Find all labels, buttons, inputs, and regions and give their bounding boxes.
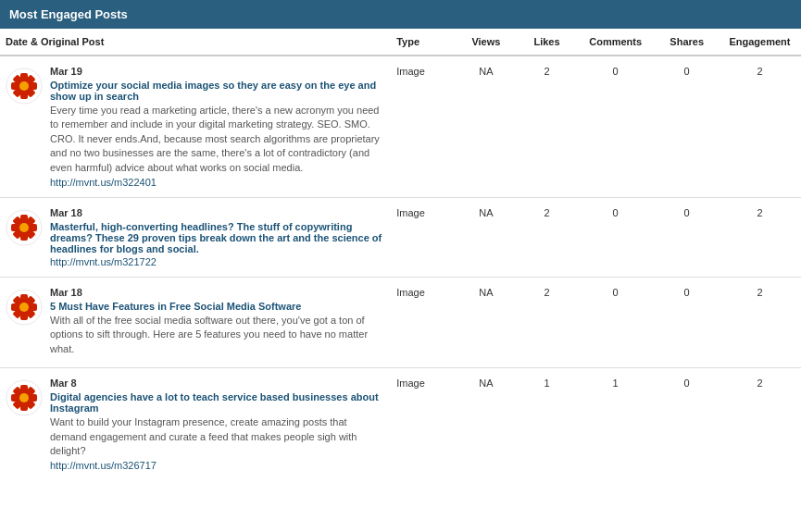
- col-header-likes: Likes: [518, 29, 576, 56]
- svg-point-17: [19, 303, 29, 312]
- col-header-shares: Shares: [655, 29, 718, 56]
- post-type: Image: [391, 368, 454, 481]
- widget-title: Most Engaged Posts: [0, 0, 801, 29]
- post-date: Mar 8: [50, 377, 385, 389]
- post-shares: 0: [655, 277, 718, 367]
- post-body: Want to build your Instagram presence, c…: [50, 415, 385, 458]
- table-row: Mar 19 Optimize your social media images…: [0, 56, 801, 197]
- post-title: 5 Must Have Features in Free Social Medi…: [50, 301, 385, 312]
- svg-point-11: [19, 223, 29, 232]
- post-type: Image: [391, 56, 454, 197]
- post-title: Digital agencies have a lot to teach ser…: [50, 391, 385, 414]
- post-type: Image: [391, 277, 454, 367]
- post-type: Image: [391, 197, 454, 277]
- post-body: Every time you read a marketing article,…: [50, 104, 385, 175]
- post-views: NA: [455, 56, 518, 197]
- post-views: NA: [455, 277, 518, 367]
- post-engagement: 2: [719, 277, 801, 367]
- post-comments: 1: [576, 368, 656, 481]
- post-icon: [6, 68, 43, 105]
- post-views: NA: [455, 368, 518, 481]
- col-header-date-original-post: Date & Original Post: [0, 29, 391, 56]
- table-row: Mar 8 Digital agencies have a lot to tea…: [0, 368, 801, 481]
- post-cell-3: Mar 8 Digital agencies have a lot to tea…: [0, 368, 391, 481]
- post-likes: 2: [518, 56, 576, 197]
- post-shares: 0: [655, 197, 718, 277]
- post-views: NA: [455, 197, 518, 277]
- post-engagement: 2: [719, 56, 801, 197]
- table-row: Mar 18 5 Must Have Features in Free Soci…: [0, 277, 801, 367]
- svg-point-5: [19, 81, 29, 91]
- post-title: Optimize your social media images so the…: [50, 80, 385, 102]
- post-likes: 1: [518, 368, 576, 481]
- post-cell-2: Mar 18 5 Must Have Features in Free Soci…: [0, 277, 391, 367]
- table-row: Mar 18 Masterful, high-converting headli…: [0, 197, 801, 277]
- post-link[interactable]: http://mvnt.us/m321722: [50, 256, 385, 267]
- post-likes: 2: [518, 277, 576, 367]
- post-cell-1: Mar 18 Masterful, high-converting headli…: [0, 197, 391, 277]
- svg-point-23: [19, 393, 29, 402]
- post-shares: 0: [655, 56, 718, 197]
- post-title: Masterful, high-converting headlines? Th…: [50, 221, 385, 254]
- post-body: With all of the free social media softwa…: [50, 314, 385, 356]
- col-header-comments: Comments: [576, 29, 656, 56]
- post-engagement: 2: [719, 368, 801, 481]
- col-header-engagement: Engagement: [719, 29, 801, 56]
- col-header-type: Type: [391, 29, 454, 56]
- post-comments: 0: [576, 197, 656, 277]
- post-comments: 0: [576, 56, 656, 197]
- post-icon: [6, 379, 43, 416]
- post-shares: 0: [655, 368, 718, 481]
- post-date: Mar 18: [50, 207, 385, 218]
- post-icon: [6, 209, 43, 246]
- post-likes: 2: [518, 197, 576, 277]
- post-engagement: 2: [719, 197, 801, 277]
- post-comments: 0: [576, 277, 656, 367]
- widget-container: Most Engaged Posts Date & Original Post …: [0, 0, 801, 480]
- col-header-views: Views: [455, 29, 518, 56]
- post-date: Mar 19: [50, 66, 385, 77]
- post-date: Mar 18: [50, 287, 385, 298]
- post-cell-0: Mar 19 Optimize your social media images…: [0, 56, 391, 197]
- post-link[interactable]: http://mvnt.us/m326717: [50, 460, 385, 471]
- post-icon: [6, 289, 43, 326]
- post-link[interactable]: http://mvnt.us/m322401: [50, 177, 385, 188]
